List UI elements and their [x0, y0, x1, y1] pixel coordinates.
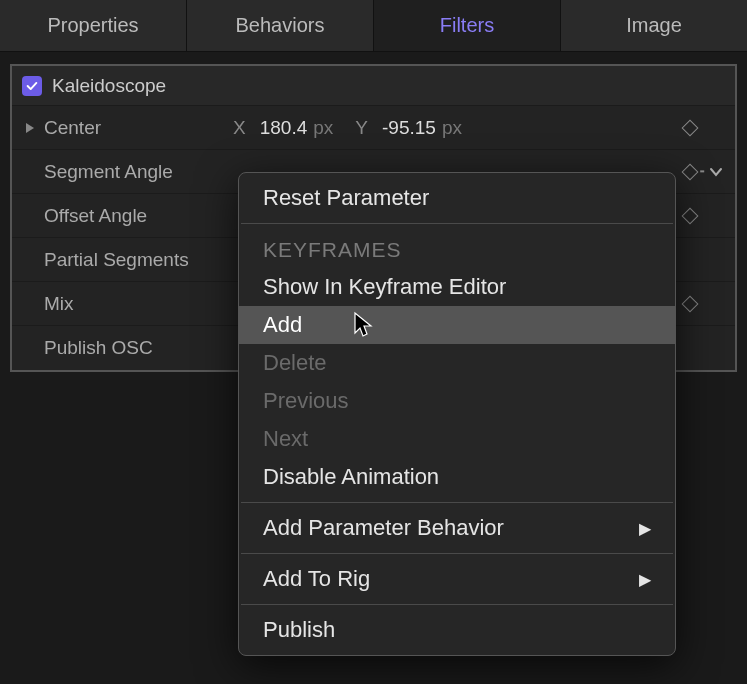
menu-next-keyframe: Next [239, 420, 675, 458]
filter-enable-checkbox[interactable] [22, 76, 42, 96]
tab-behaviors[interactable]: Behaviors [187, 0, 374, 51]
menu-disable-animation[interactable]: Disable Animation [239, 458, 675, 496]
menu-add-behavior-label: Add Parameter Behavior [263, 515, 504, 541]
axis-x-label: X [233, 117, 246, 139]
param-label-center: Center [44, 117, 219, 139]
value-y[interactable]: -95.15 [382, 117, 436, 139]
menu-separator [241, 502, 673, 503]
keyframe-button[interactable] [681, 295, 699, 313]
filter-header: Kaleidoscope [12, 66, 735, 106]
inspector-tabbar: Properties Behaviors Filters Image [0, 0, 747, 52]
menu-show-in-keyframe-editor[interactable]: Show In Keyframe Editor [239, 268, 675, 306]
unit-x: px [313, 117, 333, 139]
filter-name: Kaleidoscope [52, 75, 166, 97]
keyframe-button[interactable] [681, 207, 699, 225]
menu-separator [241, 604, 673, 605]
menu-add-parameter-behavior[interactable]: Add Parameter Behavior ▶ [239, 509, 675, 547]
tab-filters[interactable]: Filters [374, 0, 561, 51]
menu-add-keyframe[interactable]: Add [239, 306, 675, 344]
keyframe-button[interactable] [681, 119, 699, 137]
value-x[interactable]: 180.4 [260, 117, 308, 139]
animation-context-menu: Reset Parameter KEYFRAMES Show In Keyfra… [238, 172, 676, 656]
menu-add-label: Add [263, 312, 302, 338]
disclosure-icon[interactable] [22, 122, 38, 134]
param-label-mix: Mix [44, 293, 219, 315]
unit-y: px [442, 117, 462, 139]
menu-keyframes-header: KEYFRAMES [239, 230, 675, 268]
param-label-offset-angle: Offset Angle [44, 205, 219, 227]
menu-publish[interactable]: Publish [239, 611, 675, 649]
tab-properties[interactable]: Properties [0, 0, 187, 51]
animation-menu-button[interactable] [707, 167, 725, 177]
param-label-partial-segments: Partial Segments [44, 249, 219, 271]
menu-separator [241, 223, 673, 224]
axis-y-label: Y [355, 117, 368, 139]
cursor-icon [353, 311, 375, 339]
menu-add-rig-label: Add To Rig [263, 566, 370, 592]
menu-reset-parameter[interactable]: Reset Parameter [239, 179, 675, 217]
menu-delete-keyframe: Delete [239, 344, 675, 382]
param-row-center: Center X 180.4 px Y -95.15 px [12, 106, 735, 150]
param-label-publish-osc: Publish OSC [44, 337, 219, 359]
tab-image[interactable]: Image [561, 0, 747, 51]
menu-add-to-rig[interactable]: Add To Rig ▶ [239, 560, 675, 598]
submenu-arrow-icon: ▶ [639, 570, 651, 589]
param-label-segment-angle: Segment Angle [44, 161, 219, 183]
keyframe-button[interactable] [681, 163, 699, 181]
menu-previous-keyframe: Previous [239, 382, 675, 420]
menu-separator [241, 553, 673, 554]
submenu-arrow-icon: ▶ [639, 519, 651, 538]
